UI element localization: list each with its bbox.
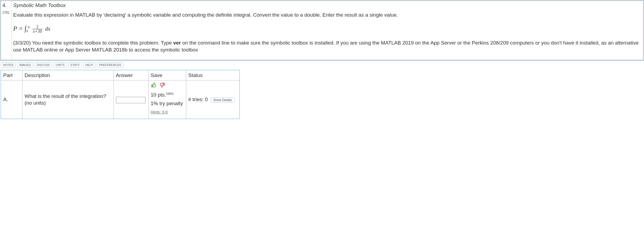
header-part: Part (1, 70, 22, 80)
tries-label: # tries: 0 (188, 97, 208, 102)
integral-sign: ∫ (24, 24, 26, 32)
notes-button[interactable]: NOTES (1, 62, 16, 68)
header-answer: Answer (114, 70, 148, 80)
show-details-button[interactable]: Show Details (211, 97, 235, 103)
part-label: A. (1, 80, 22, 119)
status-cell: # tries: 0 Show Details (186, 80, 240, 119)
save-cell: 10 pts.100% 1% try penalty Hints: 0,0 (148, 80, 186, 119)
content-column: Symbolic Math Toolbox Evaluate this expr… (12, 1, 643, 60)
ver-command: ver (173, 40, 181, 46)
thumbs-up-icon[interactable] (151, 82, 157, 90)
table-header-row: Part Description Answer Save Status (1, 70, 240, 80)
discuss-button[interactable]: DISCUSS (35, 62, 52, 68)
eq-numerator: 2 (32, 25, 43, 29)
problem-card: 4. 2761 Symbolic Math Toolbox Evaluate t… (1, 1, 643, 60)
fraction: 2 x+30 (32, 25, 43, 34)
part-description: What is the result of the integration? (… (22, 80, 114, 119)
eq-dvar: dx (45, 26, 50, 32)
images-button[interactable]: IMAGES (17, 62, 33, 68)
eq-lhs: P (13, 25, 17, 32)
question-title: Symbolic Math Toolbox (13, 2, 642, 9)
header-description: Description (22, 70, 114, 80)
question-note: (3/3/20) You need the symbolic toolbox t… (13, 39, 642, 53)
eq-denominator: x+30 (32, 29, 43, 34)
table-row: A. What is the result of the integration… (1, 80, 240, 119)
eq-upper: 8 (28, 25, 30, 29)
question-number: 4. (2, 2, 10, 9)
points-line: 10 pts.100% (151, 91, 184, 98)
thumbs-down-icon[interactable] (159, 82, 165, 90)
question-prompt: Evaluate this expression in MATLAB by 'd… (13, 12, 642, 19)
units-button[interactable]: UNITS (54, 62, 67, 68)
stats-button[interactable]: STATS (68, 62, 82, 68)
header-status: Status (186, 70, 240, 80)
header-save: Save (148, 70, 186, 80)
eq-lower: 0 (27, 29, 28, 33)
percent: 100% (166, 92, 174, 95)
answer-input[interactable] (116, 97, 145, 103)
help-button[interactable]: HELP (83, 62, 95, 68)
answer-table: Part Description Answer Save Status A. W… (1, 70, 240, 119)
answer-cell (114, 80, 148, 119)
equation: P = ∫08 2 x+30 dx (13, 24, 642, 34)
question-id: 2761 (2, 10, 10, 15)
penalty-line: 1% try penalty (151, 100, 184, 107)
left-column: 4. 2761 (1, 1, 12, 60)
hints-link[interactable]: Hints: 0,0 (151, 110, 168, 114)
toolbar: NOTES IMAGES DISCUSS UNITS STATS HELP PR… (0, 61, 644, 70)
preferences-button[interactable]: PREFERENCES (97, 62, 123, 68)
